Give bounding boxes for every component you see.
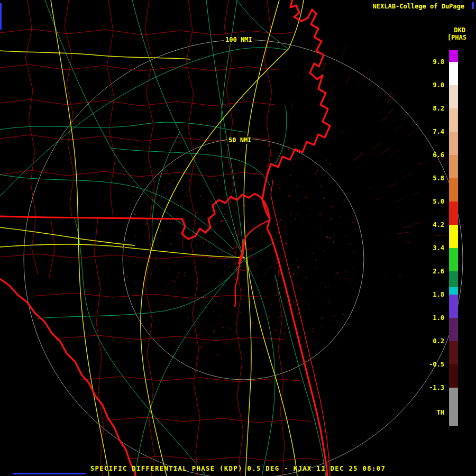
- edge-marker-top-right: [472, 2, 474, 9]
- colorbar-segment: [449, 155, 458, 178]
- range-ring-100nmi-label: 100 NMI: [224, 36, 253, 43]
- colorbar-tick: 9.0: [421, 81, 444, 89]
- colorbar-segment: [449, 50, 458, 62]
- colorbar-segment: [449, 108, 458, 132]
- colorbar-segment: [449, 364, 458, 388]
- attribution-text: NEXLAB-College of DuPage: [373, 3, 464, 10]
- colorbar-segment: [449, 271, 458, 287]
- colorbar-threshold-label: TH: [421, 408, 444, 417]
- colorbar-segment: [449, 341, 458, 364]
- colorbar-tick: 2.6: [421, 267, 444, 276]
- colorbar-tick: -0.5: [421, 360, 444, 369]
- coastline-path: [262, 0, 330, 476]
- colorbar-segment: [449, 388, 458, 426]
- colorbar-segment: [449, 318, 458, 341]
- colorbar-segment: [449, 295, 458, 318]
- units-label: [PHAS: [447, 34, 466, 41]
- colorbar-tick: 5.0: [421, 197, 444, 206]
- colorbar-segment: [449, 85, 458, 108]
- colorbar-tick: -1.3: [421, 383, 444, 392]
- colorbar-tick: 1.0: [421, 314, 444, 322]
- colorbar-tick: 0.2: [421, 337, 444, 345]
- radar-echo-speckle: [121, 45, 448, 435]
- status-bar: SPECIFIC DIFFERENTIAL PHASE (KDP) 0.5 DE…: [0, 465, 476, 472]
- edge-marker-left: [0, 3, 2, 30]
- colorbar-tick: 1.8: [421, 290, 444, 299]
- colorbar-segment: [449, 287, 458, 295]
- colorbar-segment: [449, 225, 458, 248]
- colorbar-segment: [449, 202, 458, 225]
- colorbar-tick: 4.2: [421, 221, 444, 229]
- product-id-label: DKD: [454, 26, 465, 34]
- colorbar-segment: [449, 132, 458, 155]
- state-border-path: [0, 194, 270, 239]
- colorbar-tick: 8.2: [421, 104, 444, 113]
- colorbar-tick: 3.4: [421, 244, 444, 252]
- colorbar-tick: 6.6: [421, 151, 444, 159]
- range-ring-50nmi-label: 50 NMI: [227, 136, 252, 144]
- colorbar-tick: 5.8: [421, 174, 444, 182]
- st-johns-river-wide: [239, 239, 244, 264]
- edge-marker-bottom: [13, 473, 86, 474]
- colorbar-tick: 9.8: [421, 58, 444, 66]
- radar-map: [0, 0, 476, 476]
- colorbar-segment: [449, 248, 458, 271]
- roads: [0, 0, 326, 476]
- colorbar-tick: 7.4: [421, 127, 444, 136]
- colorbar-segment: [449, 178, 458, 202]
- colorbar-segments: [449, 50, 458, 426]
- colorbar-segment: [449, 62, 458, 85]
